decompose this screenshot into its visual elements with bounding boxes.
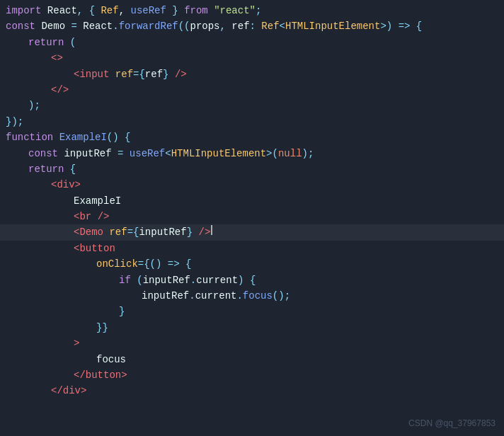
code-line-5: <input ref={ref} /> (0, 67, 504, 82)
code-line-6: </> (0, 82, 504, 98)
code-line-25: </div> (0, 383, 504, 398)
code-line-23: focus (0, 352, 504, 367)
code-line-21: }} (0, 320, 504, 335)
code-line-24: </button> (0, 367, 504, 383)
code-line-12: <div> (0, 177, 504, 193)
code-line-16: <button (0, 241, 504, 256)
code-line-9: function ExampleI() { (0, 130, 504, 145)
code-line-18: if (inputRef.current) { (0, 272, 504, 288)
code-editor: import React, { Ref, useRef } from "reac… (0, 0, 504, 436)
code-line-10: const inputRef = useRef<HTMLInputElement… (0, 146, 504, 161)
code-line-13: ExampleI (0, 193, 504, 209)
code-line-20: } (0, 304, 504, 319)
code-line-11: return { (0, 161, 504, 177)
code-line-22: > (0, 335, 504, 351)
code-line-17: onClick={() => { (0, 256, 504, 272)
text-cursor (211, 225, 212, 235)
code-line-15: <Demo ref={inputRef} /> (0, 224, 504, 240)
code-line-2: const Demo = React.forwardRef((props, re… (0, 18, 504, 34)
code-line-4: <> (0, 50, 504, 66)
code-line-3: return ( (0, 35, 504, 50)
code-line-1: import React, { Ref, useRef } from "reac… (0, 3, 504, 18)
code-line-14: <br /> (0, 209, 504, 224)
code-line-19: inputRef.current.focus(); (0, 288, 504, 304)
watermark: CSDN @qq_37967853 (408, 417, 496, 430)
code-line-7: ); (0, 98, 504, 113)
code-line-8: }); (0, 114, 504, 130)
